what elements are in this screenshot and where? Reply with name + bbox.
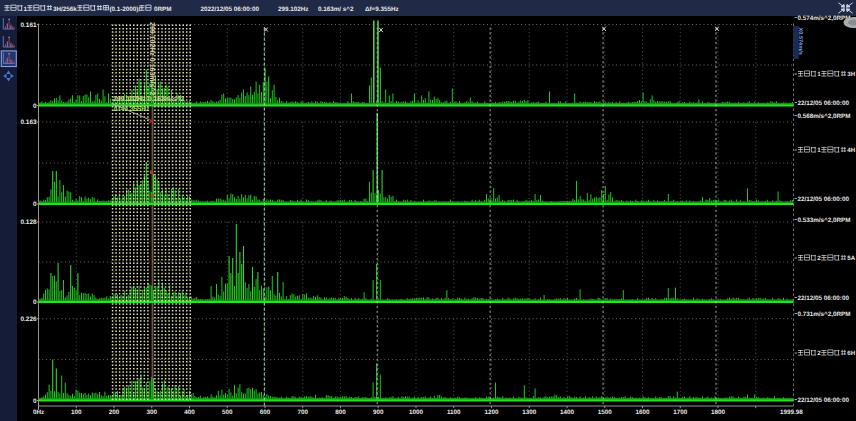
svg-text:0Hz: 0Hz xyxy=(33,409,44,416)
svg-text:0: 0 xyxy=(33,201,37,208)
svg-text:0.161: 0.161 xyxy=(21,22,37,29)
svg-text:22/12/05 06:00:00: 22/12/05 06:00:00 xyxy=(798,196,850,203)
svg-text:6H: 6H xyxy=(847,350,855,357)
svg-text:1400: 1400 xyxy=(560,409,575,416)
svg-text:2022/12/05 06:00:00: 2022/12/05 06:00:00 xyxy=(201,6,260,13)
svg-text:100: 100 xyxy=(71,409,82,416)
svg-text:0: 0 xyxy=(33,103,37,110)
svg-text:1600: 1600 xyxy=(635,409,650,416)
svg-text:0.163m/ s^2: 0.163m/ s^2 xyxy=(318,6,354,13)
svg-text:1: 1 xyxy=(817,71,821,78)
svg-text:300: 300 xyxy=(146,409,157,416)
svg-text:1300: 1300 xyxy=(522,409,537,416)
svg-text:1500: 1500 xyxy=(598,409,613,416)
svg-text:0RPM: 0RPM xyxy=(154,6,172,13)
svg-text:600: 600 xyxy=(260,409,271,416)
svg-text:2: 2 xyxy=(817,255,821,262)
svg-text:Δf=9.355Hz: Δf=9.355Hz xyxy=(365,6,399,13)
svg-text:0.731m/s^2,0RPM: 0.731m/s^2,0RPM xyxy=(798,311,851,318)
svg-text:1000: 1000 xyxy=(409,409,424,416)
svg-text:0.226: 0.226 xyxy=(21,316,37,323)
svg-text:0.568m/s^2,0RPM: 0.568m/s^2,0RPM xyxy=(798,113,851,120)
svg-text:X0.574m/s: X0.574m/s xyxy=(797,28,804,55)
svg-text:500: 500 xyxy=(222,409,233,416)
svg-text:1200: 1200 xyxy=(484,409,499,416)
svg-text:4H: 4H xyxy=(847,147,855,154)
svg-text:1700: 1700 xyxy=(673,409,688,416)
svg-text:22/12/05 06:00:00: 22/12/05 06:00:00 xyxy=(798,295,850,302)
svg-text:0.533m/s^2,0RPM: 0.533m/s^2,0RPM xyxy=(798,217,851,224)
svg-text:5A: 5A xyxy=(847,255,855,262)
svg-text:22/12/05 06:00:00: 22/12/05 06:00:00 xyxy=(798,100,850,107)
svg-text:900: 900 xyxy=(373,409,384,416)
svg-text:1999.98: 1999.98 xyxy=(780,409,803,416)
svg-text:3H/256k: 3H/256k xyxy=(53,6,77,13)
svg-text:1: 1 xyxy=(817,147,821,154)
svg-text:0.163: 0.163 xyxy=(21,119,37,126)
svg-text:2: 2 xyxy=(817,350,821,357)
svg-text:0.128: 0.128 xyxy=(21,219,37,226)
svg-text:200: 200 xyxy=(109,409,120,416)
svg-text:3H: 3H xyxy=(847,71,855,78)
svg-text:1: 1 xyxy=(24,6,28,13)
svg-text:0: 0 xyxy=(33,299,37,306)
svg-text:299.102Hz: 299.102Hz xyxy=(278,6,308,13)
svg-text:0: 0 xyxy=(33,398,37,405)
svg-text:22/12/05 06:00:00: 22/12/05 06:00:00 xyxy=(798,397,850,404)
svg-text:0.574m/s^2,0RPM: 0.574m/s^2,0RPM xyxy=(798,15,851,22)
svg-text:(0.1-2000)/: (0.1-2000)/ xyxy=(109,6,140,13)
svg-text:800: 800 xyxy=(335,409,346,416)
svg-text:400: 400 xyxy=(184,409,195,416)
svg-text:700: 700 xyxy=(297,409,308,416)
svg-text:1100: 1100 xyxy=(447,409,461,416)
svg-text:1800: 1800 xyxy=(711,409,726,416)
